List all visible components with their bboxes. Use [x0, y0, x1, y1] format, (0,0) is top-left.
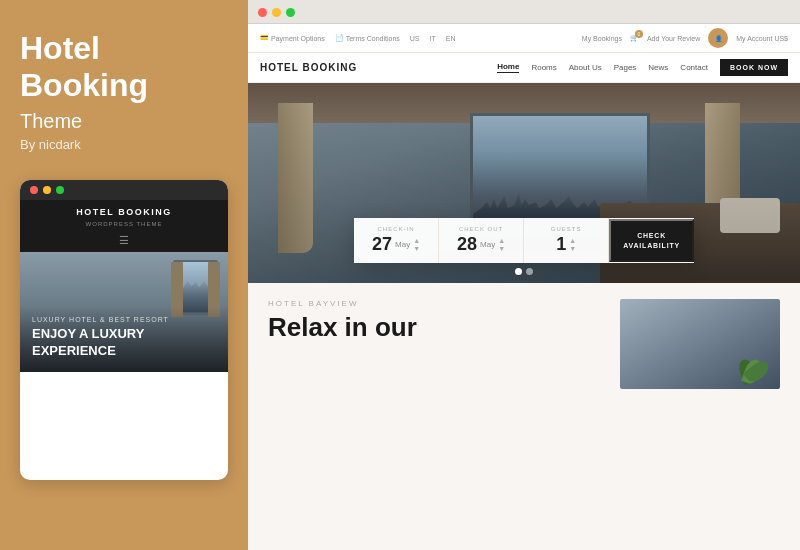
checkin-down-arrow[interactable]: ▼ — [413, 245, 420, 252]
mobile-hamburger-icon: ☰ — [20, 231, 228, 252]
topbar-right: My Bookings 🛒 0 Add Your Review 👤 My Acc… — [582, 28, 788, 48]
checkout-day: 28 — [457, 234, 477, 255]
theme-label: Theme — [20, 110, 228, 133]
site-logo[interactable]: HOTEL BOOKING — [260, 62, 357, 73]
guests-field[interactable]: GUESTS 1 ▲ ▼ — [524, 218, 609, 263]
checkout-field[interactable]: CHECK OUT 28 May ▲ ▼ — [439, 218, 524, 263]
browser-dot-yellow — [272, 8, 281, 17]
checkin-label: CHECK-IN — [364, 226, 428, 232]
cart-badge: 0 — [635, 30, 643, 38]
my-bookings-link[interactable]: My Bookings — [582, 35, 622, 42]
mobile-preview-card: HOTEL BOOKING WORDPRESS THEME ☰ LUXURY H… — [20, 180, 228, 480]
nav-rooms[interactable]: Rooms — [531, 63, 556, 72]
below-room-image — [620, 299, 780, 389]
credit-card-icon: 💳 — [260, 34, 269, 42]
guests-up-arrow[interactable]: ▲ — [569, 237, 576, 244]
checkout-arrows[interactable]: ▲ ▼ — [498, 237, 505, 252]
guests-down-arrow[interactable]: ▼ — [569, 245, 576, 252]
document-icon: 📄 — [335, 34, 344, 42]
checkout-down-arrow[interactable]: ▼ — [498, 245, 505, 252]
browser-dot-red — [258, 8, 267, 17]
add-review-link[interactable]: Add Your Review — [647, 35, 700, 42]
browser-chrome — [248, 0, 800, 24]
checkout-month: May — [480, 240, 495, 249]
dot-green — [56, 186, 64, 194]
checkin-arrows[interactable]: ▲ ▼ — [413, 237, 420, 252]
nav-pages[interactable]: Pages — [614, 63, 637, 72]
topbar-lang-it[interactable]: IT — [430, 35, 436, 42]
checkout-value: 28 May ▲ ▼ — [449, 234, 513, 255]
account-label[interactable]: My Account US$ — [736, 35, 788, 42]
topbar-payment[interactable]: 💳 Payment Options — [260, 34, 325, 42]
check-availability-button[interactable]: CHECKAVAILABILITY — [609, 219, 694, 263]
nav-links: Home Rooms About Us Pages News Contact B… — [497, 59, 788, 76]
slider-dot-1[interactable] — [515, 268, 522, 275]
topbar-lang-en[interactable]: EN — [446, 35, 456, 42]
nav-contact[interactable]: Contact — [680, 63, 708, 72]
main-title: HotelBooking — [20, 30, 228, 104]
nav-about[interactable]: About Us — [569, 63, 602, 72]
user-avatar[interactable]: 👤 — [708, 28, 728, 48]
below-img-plant — [740, 344, 770, 384]
dot-yellow — [43, 186, 51, 194]
dot-red — [30, 186, 38, 194]
book-now-button[interactable]: BOOK NOW — [720, 59, 788, 76]
checkin-value: 27 May ▲ ▼ — [364, 234, 428, 255]
checkin-field[interactable]: CHECK-IN 27 May ▲ ▼ — [354, 218, 439, 263]
site-nav: HOTEL BOOKING Home Rooms About Us Pages … — [248, 53, 800, 83]
site-topbar: 💳 Payment Options 📄 Terms Conditions US … — [248, 24, 800, 53]
below-inner: HOTEL BAYVIEW Relax in our — [268, 299, 780, 540]
checkin-day: 27 — [372, 234, 392, 255]
topbar-terms[interactable]: 📄 Terms Conditions — [335, 34, 400, 42]
below-hero-section: HOTEL BAYVIEW Relax in our — [248, 283, 800, 550]
slider-dot-2[interactable] — [526, 268, 533, 275]
mobile-hero-headline: ENJOY A LUXURYEXPERIENCE — [32, 326, 216, 360]
site-hero: CHECK-IN 27 May ▲ ▼ CHECK OUT 28 May — [248, 83, 800, 283]
guests-value: 1 ▲ ▼ — [534, 234, 598, 255]
checkin-up-arrow[interactable]: ▲ — [413, 237, 420, 244]
mobile-hero-overlay: LUXURY HOTEL & BEST RESORT ENJOY A LUXUR… — [20, 306, 228, 372]
mobile-hotel-name: HOTEL BOOKING — [20, 200, 228, 221]
author-label: By nicdark — [20, 137, 228, 152]
guests-count: 1 — [556, 234, 566, 255]
topbar-lang-us[interactable]: US — [410, 35, 420, 42]
booking-bar: CHECK-IN 27 May ▲ ▼ CHECK OUT 28 May — [354, 218, 694, 263]
checkout-up-arrow[interactable]: ▲ — [498, 237, 505, 244]
checkout-label: CHECK OUT — [449, 226, 513, 232]
mobile-card-dots — [20, 180, 228, 200]
mobile-hero-eyebrow: LUXURY HOTEL & BEST RESORT — [32, 316, 216, 323]
below-text: HOTEL BAYVIEW Relax in our — [268, 299, 604, 540]
website-mockup: 💳 Payment Options 📄 Terms Conditions US … — [248, 24, 800, 550]
avatar-icon: 👤 — [715, 35, 722, 42]
browser-dot-green — [286, 8, 295, 17]
guests-arrows[interactable]: ▲ ▼ — [569, 237, 576, 252]
nav-news[interactable]: News — [648, 63, 668, 72]
checkin-month: May — [395, 240, 410, 249]
mobile-hotel-sub: WORDPRESS THEME — [20, 221, 228, 231]
right-panel: 💳 Payment Options 📄 Terms Conditions US … — [248, 0, 800, 550]
left-panel: HotelBooking Theme By nicdark HOTEL BOOK… — [0, 0, 248, 550]
guests-label: GUESTS — [534, 226, 598, 232]
mobile-hero-image: LUXURY HOTEL & BEST RESORT ENJOY A LUXUR… — [20, 252, 228, 372]
nav-home[interactable]: Home — [497, 62, 519, 73]
cart-icon[interactable]: 🛒 0 — [630, 34, 639, 42]
topbar-left: 💳 Payment Options 📄 Terms Conditions US … — [260, 34, 455, 42]
below-eyebrow: HOTEL BAYVIEW — [268, 299, 604, 308]
slider-dots — [515, 268, 533, 275]
below-heading: Relax in our — [268, 313, 604, 342]
